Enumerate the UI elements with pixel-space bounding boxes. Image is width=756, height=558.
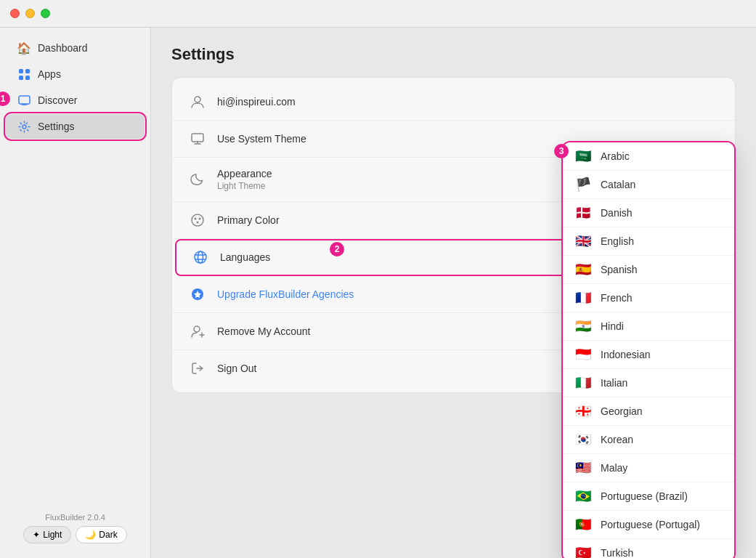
- discover-icon: [17, 94, 31, 107]
- svg-point-10: [199, 218, 201, 220]
- lang-name-hindi: Hindi: [601, 320, 624, 332]
- flag-indonesian: 🇮🇩: [574, 349, 592, 360]
- sidebar-item-dashboard[interactable]: 🏠 Dashboard: [6, 36, 145, 60]
- globe-icon: [192, 249, 208, 265]
- svg-rect-1: [25, 69, 30, 73]
- lang-item-danish[interactable]: 🇩🇰 Danish: [563, 199, 734, 227]
- flag-georgian: 🇬🇪: [574, 405, 592, 417]
- page-title: Settings: [171, 45, 736, 64]
- lang-name-catalan: Catalan: [601, 179, 635, 190]
- lang-item-arabic[interactable]: 🇸🇦 Arabic: [563, 142, 734, 171]
- svg-point-12: [195, 251, 206, 263]
- lang-item-portuguese-portugal[interactable]: 🇵🇹 Portuguese (Portugal): [563, 511, 734, 539]
- svg-point-8: [192, 214, 203, 226]
- light-label: Light: [43, 530, 62, 540]
- svg-point-11: [197, 222, 199, 224]
- dark-label: Dark: [99, 530, 117, 540]
- sun-icon: ✦: [33, 530, 40, 540]
- sidebar-item-label: Apps: [38, 68, 61, 80]
- svg-point-13: [198, 251, 203, 263]
- lang-item-english[interactable]: 🇬🇧 English: [563, 227, 734, 256]
- flag-arabic: 🇸🇦: [574, 150, 592, 162]
- user-icon: [190, 94, 206, 110]
- flag-danish: 🇩🇰: [574, 207, 592, 219]
- flag-italian: 🇮🇹: [574, 377, 592, 389]
- sidebar-item-label: Settings: [38, 121, 75, 132]
- lang-name-indonesian: Indonesian: [601, 349, 651, 360]
- svg-rect-3: [25, 76, 30, 80]
- lang-name-malay: Malay: [601, 462, 627, 474]
- lang-item-catalan[interactable]: 🏴 Catalan: [563, 171, 734, 199]
- sidebar-item-discover[interactable]: Discover: [6, 88, 145, 113]
- language-dropdown[interactable]: 🇸🇦 Arabic 🏴 Catalan 🇩🇰 Danish 🇬🇧 English…: [561, 141, 736, 558]
- lang-item-portuguese-brazil[interactable]: 🇧🇷 Portuguese (Brazil): [563, 482, 734, 511]
- flag-portuguese-portugal: 🇵🇹: [574, 519, 592, 530]
- svg-point-5: [23, 125, 26, 129]
- lang-name-danish: Danish: [601, 207, 633, 219]
- dark-theme-button[interactable]: 🌙 Dark: [76, 526, 126, 543]
- lang-item-french[interactable]: 🇫🇷 French: [563, 284, 734, 312]
- email-label: hi@inspireui.com: [217, 96, 718, 108]
- svg-rect-0: [19, 69, 23, 73]
- lang-name-korean: Korean: [601, 434, 633, 445]
- lang-item-malay[interactable]: 🇲🇾 Malay: [563, 454, 734, 482]
- light-theme-button[interactable]: ✦ Light: [23, 526, 71, 543]
- annotation-3: 3: [554, 144, 569, 158]
- sign-out-icon: [190, 360, 206, 376]
- sidebar-item-apps[interactable]: Apps: [6, 62, 145, 86]
- lang-item-spanish[interactable]: 🇪🇸 Spanish: [563, 256, 734, 284]
- flag-portuguese-brazil: 🇧🇷: [574, 490, 592, 502]
- lang-name-portuguese-portugal: Portuguese (Portugal): [601, 519, 700, 530]
- remove-user-icon: [190, 323, 206, 339]
- app-body: 1 🏠 Dashboard Apps: [0, 28, 756, 558]
- lang-name-italian: Italian: [601, 377, 627, 389]
- svg-rect-2: [19, 76, 23, 80]
- main-content: 2 3 Settings hi@inspireui.com: [151, 28, 756, 558]
- moon-icon: 🌙: [85, 530, 96, 540]
- minimize-button[interactable]: [25, 9, 35, 18]
- flag-french: 🇫🇷: [574, 292, 592, 304]
- sidebar: 1 🏠 Dashboard Apps: [0, 28, 151, 558]
- home-icon: 🏠: [17, 41, 31, 54]
- svg-point-15: [194, 326, 200, 332]
- theme-buttons: ✦ Light 🌙 Dark: [12, 526, 139, 543]
- lang-item-hindi[interactable]: 🇮🇳 Hindi: [563, 312, 734, 341]
- settings-row-email[interactable]: hi@inspireui.com: [172, 84, 735, 121]
- color-icon: [190, 212, 206, 228]
- lang-item-georgian[interactable]: 🇬🇪 Georgian: [563, 397, 734, 426]
- moon-icon: [190, 171, 206, 187]
- sidebar-item-label: Discover: [38, 94, 77, 106]
- svg-rect-7: [192, 134, 203, 142]
- flag-english: 🇬🇧: [574, 235, 592, 247]
- lang-item-turkish[interactable]: 🇹🇷 Turkish: [563, 539, 734, 558]
- svg-point-6: [195, 97, 200, 102]
- lang-item-italian[interactable]: 🇮🇹 Italian: [563, 369, 734, 397]
- lang-item-korean[interactable]: 🇰🇷 Korean: [563, 426, 734, 454]
- lang-name-georgian: Georgian: [601, 405, 643, 417]
- sidebar-item-label: Dashboard: [38, 42, 88, 54]
- lang-name-portuguese-brazil: Portuguese (Brazil): [601, 490, 688, 502]
- lang-item-indonesian[interactable]: 🇮🇩 Indonesian: [563, 341, 734, 369]
- version-label: FluxBuilder 2.0.4: [12, 513, 139, 522]
- titlebar: [0, 0, 756, 28]
- lang-name-english: English: [601, 235, 634, 247]
- lang-name-french: French: [601, 292, 633, 304]
- close-button[interactable]: [10, 9, 20, 18]
- svg-point-9: [195, 218, 197, 220]
- flag-malay: 🇲🇾: [574, 462, 592, 474]
- apps-icon: [17, 68, 31, 81]
- flag-korean: 🇰🇷: [574, 434, 592, 445]
- sidebar-item-settings[interactable]: Settings: [6, 114, 145, 139]
- svg-rect-4: [19, 96, 30, 104]
- flag-spanish: 🇪🇸: [574, 264, 592, 275]
- annotation-2: 2: [330, 242, 344, 256]
- star-icon: [190, 286, 206, 302]
- settings-icon: [17, 120, 31, 133]
- lang-name-turkish: Turkish: [601, 547, 633, 558]
- flag-hindi: 🇮🇳: [574, 320, 592, 332]
- flag-turkish: 🇹🇷: [574, 547, 592, 558]
- maximize-button[interactable]: [41, 9, 50, 18]
- flag-catalan: 🏴: [574, 179, 592, 190]
- monitor-icon: [190, 131, 206, 147]
- lang-name-spanish: Spanish: [601, 264, 638, 275]
